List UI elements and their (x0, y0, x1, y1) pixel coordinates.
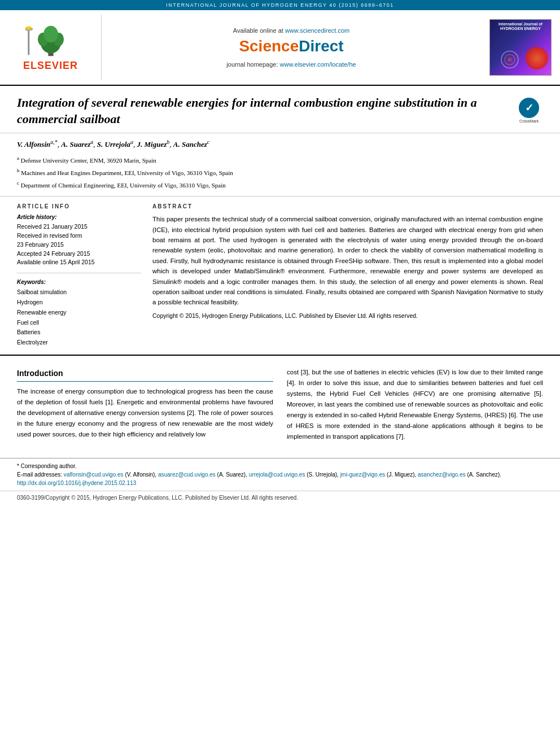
author-valfonsin: V. Alfonsin (17, 141, 50, 149)
main-content: Introduction The increase of energy cons… (0, 355, 560, 452)
email-link-1[interactable]: valfonsin@cud.uvigo.es (64, 471, 124, 478)
sd-science: Science (239, 37, 299, 55)
elsevier-tree-icon (25, 24, 76, 58)
article-info-col: Article Info Article history: Received 2… (17, 203, 141, 348)
author-jmiguez: J. Miguez (137, 141, 167, 149)
sd-direct: Direct (299, 37, 343, 55)
crossmark-icon[interactable]: ✓ CrossMark (515, 98, 543, 123)
keyword-4: Fuel cell (17, 318, 141, 328)
intro-col1-text: The increase of energy consumption due t… (17, 386, 273, 440)
body-two-col: Introduction The increase of energy cons… (17, 367, 543, 447)
svg-point-10 (508, 58, 512, 62)
page-footer: 0360-3199/Copyright © 2015, Hydrogen Ene… (0, 491, 560, 504)
available-online-text: Available online at www.sciencedirect.co… (233, 27, 349, 34)
article-title-section: Integration of several renewable energie… (0, 86, 560, 133)
keywords-label: Keywords: (17, 279, 141, 285)
publisher-header: ELSEVIER Available online at www.science… (0, 10, 560, 86)
doi-link[interactable]: http://dx.doi.org/10.1016/j.ijhydene.201… (17, 480, 136, 486)
keyword-3: Renewable energy (17, 308, 141, 318)
abstract-header: Abstract (152, 203, 543, 209)
article-info-abstract-section: Article Info Article history: Received 2… (0, 196, 560, 355)
elsevier-logo-box: ELSEVIER (0, 15, 102, 80)
svg-rect-5 (28, 29, 29, 55)
abstract-text: This paper presents the technical study … (152, 214, 543, 320)
affiliation-a: a Defense University Center, ENM, 36920 … (17, 154, 543, 165)
journal-cover-accent (526, 47, 548, 69)
affiliation-c: c Department of Chemical Engineering, EE… (17, 179, 543, 190)
keyword-1: Sailboat simulation (17, 287, 141, 298)
footnote-emails: E-mail addresses: valfonsin@cud.uvigo.es… (17, 470, 543, 479)
email-link-4[interactable]: jmi-guez@vigo.es (340, 471, 386, 478)
svg-point-7 (25, 26, 32, 29)
received-revised-label: Received in revised form (17, 231, 141, 241)
keyword-6: Electrolyzer (17, 338, 141, 348)
affiliation-b: b Machines and Heat Engines Department, … (17, 167, 543, 178)
footer-text: 0360-3199/Copyright © 2015, Hydrogen Ene… (17, 495, 298, 501)
journal-homepage-url[interactable]: www.elsevier.com/locate/he (280, 61, 356, 68)
footnote-area: * Corresponding author. E-mail addresses… (0, 458, 560, 491)
crossmark-label: CrossMark (519, 119, 539, 123)
journal-cover-graphic (493, 47, 527, 72)
affiliations: a Defense University Center, ENM, 36920 … (17, 154, 543, 191)
elsevier-wordmark: ELSEVIER (23, 60, 78, 72)
email-link-3[interactable]: urrejola@cud.uvigo.es (249, 471, 305, 478)
article-info-header: Article Info (17, 203, 141, 209)
authors-section: V. Alfonsina,*, A. Suareza, S. Urrejolaa… (0, 133, 560, 196)
abstract-copyright: Copyright © 2015, Hydrogen Energy Public… (152, 311, 543, 321)
author-asuarez: A. Suarez (61, 141, 90, 149)
crossmark-badge: ✓ CrossMark (515, 98, 543, 123)
article-history-label: Article history: (17, 214, 141, 220)
keyword-5: Batteries (17, 327, 141, 338)
authors-line: V. Alfonsina,*, A. Suareza, S. Urrejolaa… (17, 139, 543, 149)
revised-date: 23 February 2015 (17, 241, 141, 250)
crossmark-circle: ✓ (519, 98, 539, 118)
email-link-5[interactable]: asanchez@vigo.es (418, 471, 466, 478)
journal-center-header: Available online at www.sciencedirect.co… (102, 15, 481, 80)
email-link-2[interactable]: asuarez@cud.uvigo.es (158, 471, 216, 478)
author-surrejola: S. Urrejola (97, 141, 130, 149)
journal-cover-box: International Journal of HYDROGEN ENERGY (481, 15, 560, 80)
received-date: Received 21 January 2015 (17, 222, 141, 231)
abstract-col: Abstract This paper presents the technic… (152, 203, 543, 348)
body-col-right: cost [3], but the use of batteries in el… (287, 367, 543, 447)
article-title: Integration of several renewable energie… (17, 95, 480, 127)
intro-col2-text: cost [3], but the use of batteries in el… (287, 367, 543, 442)
keywords-list: Sailboat simulation Hydrogen Renewable e… (17, 287, 141, 348)
journal-cover-image: International Journal of HYDROGEN ENERGY (489, 19, 552, 76)
accepted-date: Accepted 24 February 2015 (17, 250, 141, 259)
keyword-2: Hydrogen (17, 298, 141, 308)
sciencedirect-logo: ScienceDirect (239, 37, 343, 55)
journal-cover-title: International Journal of HYDROGEN ENERGY (492, 22, 549, 32)
author-asanchez: A. Sanchez (173, 141, 207, 149)
footnote-corresponding: * Corresponding author. (17, 462, 543, 470)
journal-homepage: journal homepage: www.elsevier.com/locat… (226, 61, 356, 68)
introduction-title: Introduction (17, 367, 273, 382)
sciencedirect-url[interactable]: www.sciencedirect.com (285, 27, 349, 34)
body-col-left: Introduction The increase of energy cons… (17, 367, 273, 447)
journal-header-bar: International Journal of Hydrogen Energy… (0, 0, 560, 10)
available-online-date: Available online 15 April 2015 (17, 258, 141, 267)
svg-point-4 (43, 25, 58, 42)
divider-1 (17, 273, 141, 273)
footnote-doi: http://dx.doi.org/10.1016/j.ijhydene.201… (17, 479, 543, 487)
